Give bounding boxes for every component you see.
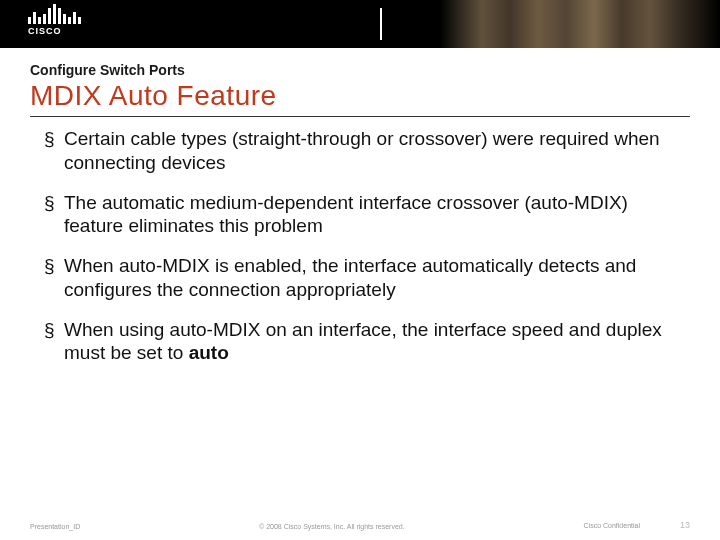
footer-presentation-id: Presentation_ID — [30, 523, 80, 530]
bullet-item: The automatic medium-dependent interface… — [50, 191, 690, 239]
bullet-list: Certain cable types (straight-through or… — [30, 127, 690, 365]
bullet-item: When using auto-MDIX on an interface, th… — [50, 318, 690, 366]
slide-content: Configure Switch Ports MDIX Auto Feature… — [0, 48, 720, 365]
slide-title: MDIX Auto Feature — [30, 80, 690, 112]
bullet-text: The automatic medium-dependent interface… — [64, 192, 628, 237]
header-divider — [380, 8, 382, 40]
title-divider — [30, 116, 690, 117]
cisco-logo-bars-icon — [28, 4, 81, 24]
footer-right: Cisco Confidential 13 — [584, 520, 690, 530]
bullet-text: When auto-MDIX is enabled, the interface… — [64, 255, 636, 300]
bullet-item: When auto-MDIX is enabled, the interface… — [50, 254, 690, 302]
header-photo-strip — [440, 0, 720, 48]
bullet-text: Certain cable types (straight-through or… — [64, 128, 660, 173]
cisco-logo: CISCO — [28, 4, 81, 36]
bullet-text: When using auto-MDIX on an interface, th… — [64, 319, 662, 364]
bullet-item: Certain cable types (straight-through or… — [50, 127, 690, 175]
slide-header: CISCO — [0, 0, 720, 48]
cisco-logo-text: CISCO — [28, 26, 81, 36]
slide-footer: Presentation_ID © 2008 Cisco Systems, In… — [0, 520, 720, 530]
footer-confidential: Cisco Confidential — [584, 522, 640, 529]
footer-copyright: © 2008 Cisco Systems, Inc. All rights re… — [80, 523, 583, 530]
bullet-bold: auto — [189, 342, 229, 363]
slide-subtitle: Configure Switch Ports — [30, 62, 690, 78]
page-number: 13 — [680, 520, 690, 530]
